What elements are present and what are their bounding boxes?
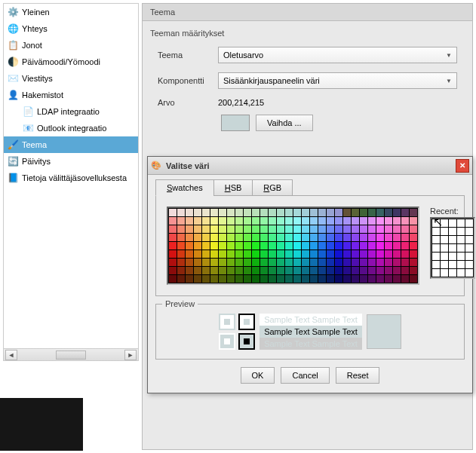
color-swatch[interactable] [252,225,259,233]
recent-swatch[interactable] [441,236,448,243]
color-swatch[interactable] [385,209,392,216]
scroll-right-button[interactable]: ► [124,350,137,360]
color-swatch[interactable] [252,209,259,216]
color-swatch[interactable] [310,242,318,249]
color-swatch[interactable] [343,250,351,258]
color-swatch[interactable] [318,209,326,216]
color-swatch[interactable] [269,242,276,249]
recent-swatch[interactable] [465,219,473,227]
color-swatch[interactable] [194,209,201,216]
color-swatch[interactable] [293,234,301,241]
color-swatch[interactable] [269,275,276,283]
color-swatch[interactable] [360,275,367,283]
color-swatch[interactable] [368,242,376,249]
recent-swatch[interactable] [457,236,465,243]
color-swatch[interactable] [235,225,243,233]
color-swatch[interactable] [177,209,185,216]
recent-swatch[interactable] [449,261,456,268]
color-swatch[interactable] [244,275,251,283]
color-swatch[interactable] [210,242,218,249]
color-swatch[interactable] [285,225,293,233]
color-swatch[interactable] [235,267,243,274]
color-swatch[interactable] [202,209,210,216]
color-swatch[interactable] [410,267,417,274]
sidebar-item-ldap-integraatio[interactable]: 📄LDAP integraatio [4,103,138,120]
color-swatch[interactable] [202,250,210,258]
color-swatch[interactable] [169,234,177,241]
color-swatch[interactable] [401,259,409,266]
color-swatch[interactable] [401,250,409,258]
color-swatch[interactable] [169,267,177,274]
color-swatch[interactable] [269,209,276,216]
color-swatch[interactable] [235,234,243,241]
color-swatch[interactable] [260,267,268,274]
color-swatch[interactable] [260,275,268,283]
recent-swatch[interactable] [432,269,440,277]
color-swatch[interactable] [177,217,185,225]
recent-swatch[interactable] [457,253,465,260]
color-swatch[interactable] [252,242,259,249]
color-swatch[interactable] [186,267,193,274]
color-swatch[interactable] [293,225,301,233]
recent-swatch[interactable] [432,236,440,243]
recent-swatch[interactable] [432,244,440,252]
recent-swatch[interactable] [465,236,473,243]
color-swatch[interactable] [252,234,259,241]
color-swatch[interactable] [310,259,318,266]
sidebar-item-p-ivitys[interactable]: 🔄Päivitys [4,153,138,170]
color-swatch[interactable] [302,267,309,274]
sidebar-item-hakemistot[interactable]: 👤Hakemistot [4,87,138,103]
color-swatch[interactable] [202,259,210,266]
color-swatch[interactable] [410,225,417,233]
color-swatch[interactable] [376,267,384,274]
color-swatch[interactable] [352,267,359,274]
color-swatch[interactable] [393,217,401,225]
color-swatch[interactable] [385,275,392,283]
color-swatch[interactable] [244,259,251,266]
color-swatch[interactable] [302,209,309,216]
color-swatch[interactable] [343,259,351,266]
tab-hsb[interactable]: HSB [213,179,253,196]
color-swatch[interactable] [360,267,367,274]
color-swatch[interactable] [318,217,326,225]
color-swatch[interactable] [194,250,201,258]
color-swatch[interactable] [318,259,326,266]
swatch-grid[interactable] [167,207,419,285]
color-swatch[interactable] [177,242,185,249]
color-swatch[interactable] [235,242,243,249]
color-swatch[interactable] [269,259,276,266]
color-swatch[interactable] [227,267,235,274]
color-swatch[interactable] [385,242,392,249]
color-swatch[interactable] [269,217,276,225]
color-swatch[interactable] [235,217,243,225]
recent-swatch[interactable] [432,253,440,260]
color-swatch[interactable] [352,242,359,249]
color-swatch[interactable] [302,242,309,249]
recent-swatch[interactable] [449,219,456,227]
color-swatch[interactable] [335,267,342,274]
tab-swatches[interactable]: Swatches [155,179,214,196]
color-swatch[interactable] [277,225,284,233]
recent-swatch[interactable] [465,244,473,252]
color-swatch[interactable] [335,225,342,233]
color-swatch[interactable] [285,267,293,274]
color-swatch[interactable] [360,250,367,258]
recent-swatch[interactable] [465,228,473,235]
color-swatch[interactable] [360,242,367,249]
color-swatch[interactable] [210,275,218,283]
color-swatch[interactable] [393,242,401,249]
color-swatch[interactable] [169,217,177,225]
color-swatch[interactable] [227,242,235,249]
recent-swatch[interactable] [449,269,456,277]
color-swatch[interactable] [352,259,359,266]
color-swatch[interactable] [277,267,284,274]
recent-swatch[interactable] [465,269,473,277]
color-swatch[interactable] [302,250,309,258]
color-swatch[interactable] [235,209,243,216]
color-swatch[interactable] [277,242,284,249]
color-swatch[interactable] [227,259,235,266]
color-swatch[interactable] [401,267,409,274]
color-swatch[interactable] [327,234,334,241]
color-swatch[interactable] [360,209,367,216]
color-swatch[interactable] [376,225,384,233]
